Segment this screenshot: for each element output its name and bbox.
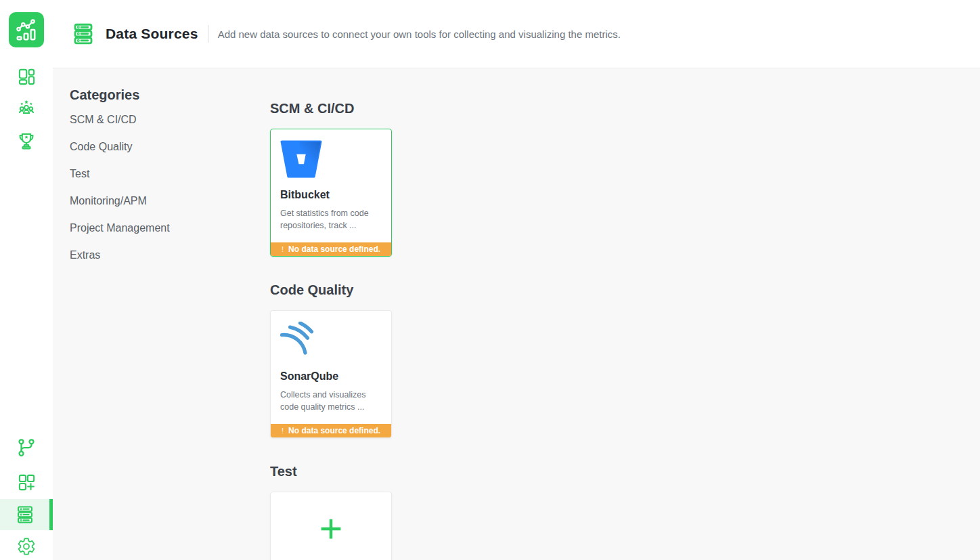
section-heading: Code Quality — [270, 281, 744, 299]
data-source-card-bitbucket[interactable]: Bitbucket Get statistics from code repos… — [270, 129, 392, 257]
add-data-source-card[interactable] — [270, 492, 392, 560]
app-logo[interactable] — [9, 12, 44, 47]
trophy-icon — [16, 131, 37, 151]
card-title: SonarQube — [280, 370, 382, 383]
sidebar-item-teams[interactable] — [0, 93, 53, 124]
categories-heading: Categories — [70, 86, 239, 104]
sidebar — [0, 0, 53, 560]
page-header: Data Sources Add new data sources to con… — [53, 0, 980, 68]
dashboard-grid-icon — [17, 67, 37, 87]
categories-panel: Categories SCM & CI/CD Code Quality Test… — [70, 86, 239, 269]
plus-icon — [315, 513, 347, 560]
content-area: Categories SCM & CI/CD Code Quality Test… — [53, 68, 980, 560]
card-title: Bitbucket — [280, 189, 382, 201]
status-text: No data source defined. — [288, 244, 380, 254]
exclamation-icon: ! — [282, 427, 284, 435]
gear-icon — [17, 537, 36, 556]
header-divider — [208, 25, 208, 43]
category-item-scm-cicd[interactable]: SCM & CI/CD — [70, 106, 239, 133]
section-code-quality: Code Quality SonarQube Collects and visu… — [270, 281, 744, 438]
category-item-code-quality[interactable]: Code Quality — [70, 133, 239, 160]
sidebar-item-pipelines[interactable] — [0, 432, 53, 463]
section-scm-cicd: SCM & CI/CD — [270, 100, 744, 257]
category-item-extras[interactable]: Extras — [70, 242, 239, 269]
sidebar-item-settings[interactable] — [0, 531, 53, 560]
team-icon — [16, 98, 37, 119]
server-stack-icon — [70, 22, 97, 46]
section-test: Test — [270, 462, 744, 560]
sidebar-item-widgets[interactable] — [0, 467, 53, 498]
status-badge: ! No data source defined. — [271, 242, 391, 256]
page-subtitle: Add new data sources to connect your own… — [218, 28, 621, 40]
sidebar-item-achievements[interactable] — [0, 125, 53, 156]
server-stack-icon — [15, 504, 35, 525]
data-sources-page: Data Sources Add new data sources to con… — [0, 0, 980, 560]
sonarqube-logo-icon — [280, 322, 382, 361]
section-heading: SCM & CI/CD — [270, 100, 744, 118]
status-text: No data source defined. — [288, 426, 380, 435]
status-badge: ! No data source defined. — [271, 424, 391, 437]
git-branch-icon — [16, 437, 37, 458]
sidebar-item-data-sources[interactable] — [0, 499, 53, 530]
grid-plus-icon — [17, 473, 37, 492]
card-description: Get statistics from code repositories, t… — [280, 207, 383, 232]
page-title: Data Sources — [106, 26, 198, 42]
bitbucket-logo-icon — [280, 140, 382, 179]
analytics-chart-logo-icon — [14, 17, 39, 43]
data-source-card-sonarqube[interactable]: SonarQube Collects and visualizes code q… — [270, 310, 392, 438]
data-source-sections: SCM & CI/CD — [270, 68, 744, 560]
category-item-monitoring-apm[interactable]: Monitoring/APM — [70, 188, 239, 215]
category-item-test[interactable]: Test — [70, 160, 239, 188]
category-item-project-management[interactable]: Project Management — [70, 215, 239, 242]
sidebar-item-dashboard[interactable] — [0, 61, 53, 92]
card-description: Collects and visualizes code quality met… — [280, 389, 383, 413]
exclamation-icon: ! — [282, 245, 284, 253]
section-heading: Test — [270, 462, 744, 481]
